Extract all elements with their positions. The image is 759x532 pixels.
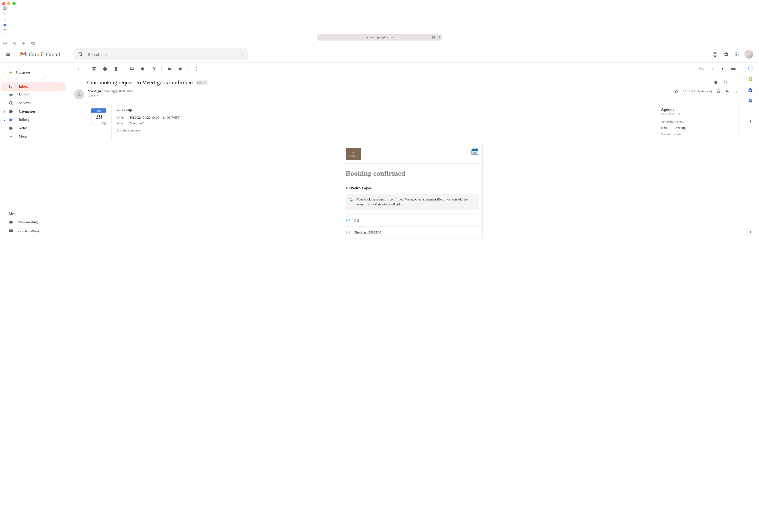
address-bar[interactable]: mail.google.com ⁦🅰⁩ (317, 34, 442, 41)
search-options-icon[interactable] (241, 53, 244, 56)
nav-forward-icon[interactable] (2, 17, 8, 22)
shield-icon[interactable] (2, 28, 8, 34)
sender-avatar[interactable] (74, 90, 84, 99)
message-time: 15:38 (42 minutes ago) (683, 90, 712, 93)
svg-point-15 (735, 54, 736, 55)
google-tasks-icon[interactable] (748, 88, 753, 93)
svg-point-37 (736, 92, 737, 93)
compose-button[interactable]: + Compose (5, 66, 47, 79)
google-contacts-icon[interactable] (748, 99, 753, 104)
new-tab-icon[interactable] (21, 41, 26, 46)
more-actions-button[interactable] (192, 64, 201, 74)
sidebar-item-snoozed[interactable]: Snoozed (2, 99, 66, 107)
svg-point-13 (736, 53, 737, 53)
new-meeting-button[interactable]: New meeting (2, 218, 69, 226)
add-task-button[interactable] (149, 64, 158, 74)
share-icon[interactable] (12, 41, 17, 46)
expand-icon[interactable]: ▸ (4, 110, 6, 113)
join-meeting-button[interactable]: Join a meeting (2, 226, 69, 235)
reply-button[interactable] (725, 89, 730, 94)
sidebar-item-categories[interactable]: ▸ Categories (2, 107, 66, 116)
nav-label: Notes (19, 126, 27, 130)
booking-ok-row: Ok! (346, 214, 479, 226)
next-message-button[interactable] (718, 64, 728, 74)
svg-point-24 (141, 67, 144, 70)
sidebar-item-more[interactable]: More (2, 132, 66, 141)
attachment-icon[interactable] (674, 89, 679, 93)
sender-email: <bookings@ueni.com> (101, 89, 133, 93)
input-tools-button[interactable] (729, 64, 739, 74)
remove-label-icon[interactable]: ✕ (205, 81, 207, 84)
back-button[interactable] (74, 64, 84, 74)
camera-icon (9, 220, 14, 225)
open-new-window-button[interactable] (722, 80, 727, 85)
settings-icon[interactable] (723, 52, 729, 57)
message-count: 1 of 5 (697, 67, 704, 71)
svg-point-17 (738, 54, 739, 55)
support-icon[interactable] (712, 52, 718, 57)
spam-button[interactable] (100, 64, 110, 74)
svg-rect-32 (723, 81, 726, 84)
collapse-panel-button[interactable] (748, 229, 753, 234)
svg-point-51 (750, 100, 751, 102)
extension-cube-icon[interactable] (2, 22, 8, 28)
compose-label: Compose (16, 70, 30, 75)
translate-icon[interactable]: ⁦🅰⁩ (432, 36, 435, 39)
envelope-open-icon (346, 218, 350, 223)
gmail-logo[interactable]: Gmail Gmail Gmail (20, 51, 72, 58)
sidebar-item-starred[interactable]: Starred (2, 91, 66, 99)
nav-label: Infinity (19, 118, 30, 122)
tabs-overview-icon[interactable] (30, 41, 36, 46)
main-menu-icon[interactable] (6, 52, 17, 57)
sidebar-item-infinity[interactable]: ▸ Infinity (2, 116, 66, 124)
gmail-wordmark: Gmail (46, 51, 60, 58)
calendar-confirmed-icon (471, 148, 479, 155)
downloads-icon[interactable] (2, 41, 8, 46)
gmail-m-icon (20, 52, 27, 57)
reload-icon[interactable] (437, 36, 440, 39)
maximize-window[interactable] (13, 2, 16, 5)
cal-month: Jan (91, 108, 106, 113)
labels-button[interactable] (176, 64, 185, 74)
sidebar-item-notes[interactable]: Notes (2, 124, 66, 132)
message-more-button[interactable] (734, 89, 739, 94)
booking-greeting: Hi Pedro Lopes (342, 180, 482, 194)
agenda-event[interactable]: 10:00 Checkup (661, 125, 734, 131)
add-to-calendar-link[interactable]: Add to calendar » (116, 128, 140, 132)
subject-row: Your booking request to Vvertigo is conf… (69, 75, 744, 88)
close-window[interactable] (2, 2, 5, 5)
chevron-down-icon (96, 94, 99, 97)
to-line[interactable]: to me (88, 94, 134, 98)
svg-point-36 (736, 91, 737, 92)
search-input[interactable] (87, 52, 237, 57)
google-calendar-icon[interactable]: 31 (748, 66, 753, 71)
search-bar[interactable] (74, 48, 248, 60)
sidebar-item-inbox[interactable]: Inbox (2, 82, 66, 91)
minimize-window[interactable] (7, 2, 10, 5)
account-avatar[interactable] (744, 50, 753, 59)
print-button[interactable] (713, 80, 718, 85)
prev-message-button[interactable] (707, 64, 717, 74)
side-panel: 31 (744, 63, 757, 238)
get-addons-icon[interactable] (748, 119, 753, 124)
svg-point-47 (750, 78, 751, 80)
mark-unread-button[interactable] (127, 64, 137, 74)
nav-label: Starred (19, 93, 29, 97)
move-to-button[interactable] (165, 64, 174, 74)
snooze-button[interactable] (138, 64, 147, 74)
nav-back-icon[interactable] (2, 11, 8, 17)
agenda-no-later: No later events (661, 131, 734, 137)
svg-rect-41 (476, 148, 477, 150)
sidebar-toggle-icon[interactable] (2, 5, 8, 11)
chip-text: Inbox (197, 81, 204, 84)
svg-point-19 (736, 56, 737, 56)
expand-icon[interactable]: ▸ (4, 119, 6, 121)
alert-text: Your booking request is confirmed. We at… (357, 197, 476, 207)
label-chip[interactable]: Inbox ✕ (195, 80, 209, 85)
google-keep-icon[interactable] (748, 77, 753, 82)
cal-when-row: When Fri 2021-01-29 10:00 – 11:00 (WET) (116, 115, 651, 120)
apps-grid-icon[interactable] (734, 52, 739, 57)
delete-button[interactable] (111, 64, 121, 74)
star-message-button[interactable] (716, 89, 721, 94)
archive-button[interactable] (89, 64, 99, 74)
